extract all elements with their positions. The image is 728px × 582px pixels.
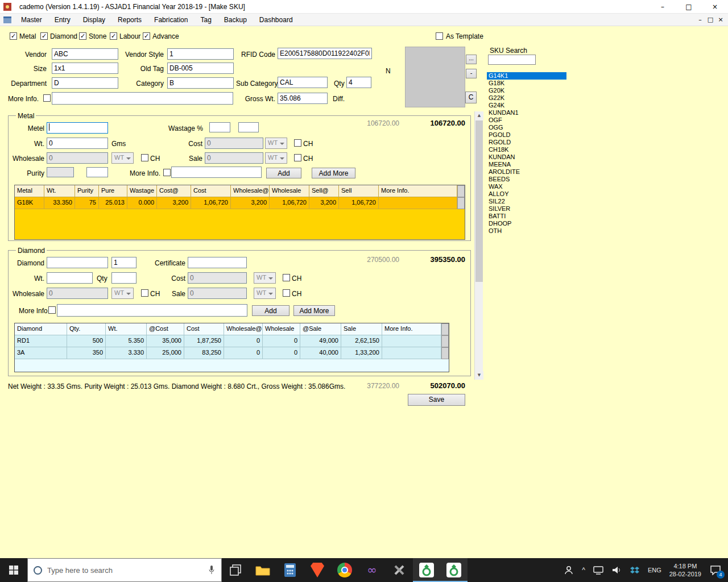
language-indicator[interactable]: ENG [644,558,665,582]
column-header[interactable]: Purity [75,185,99,197]
column-header[interactable]: Sell@ [309,185,339,197]
mdi-minimize-icon[interactable]: – [695,16,705,23]
metal-checkbox[interactable]: ✓ [10,32,17,40]
metal-add-button[interactable]: Add [266,168,301,178]
mdi-close-icon[interactable]: × [715,16,726,23]
tools-button[interactable] [386,558,413,582]
column-header[interactable]: Sell [339,185,379,197]
diamond-more-info-checkbox[interactable] [48,306,56,314]
scrollbar-thumb[interactable] [475,120,483,282]
diamond-checkbox[interactable]: ✓ [40,32,48,40]
hidden-icons-chevron[interactable]: ^ [578,558,589,582]
menu-display[interactable]: Display [77,14,111,26]
diamond-qty-field[interactable] [111,272,136,284]
sku-list-item[interactable]: OGG [487,124,566,131]
sku-list-item[interactable]: WAX [487,183,566,190]
sku-list-item[interactable]: G22K [487,94,566,102]
column-header[interactable]: Wholesale@ [231,185,270,197]
sku-list-item[interactable]: AROLDITE [487,168,566,176]
action-center-button[interactable]: 4 [705,558,728,582]
row-button[interactable] [441,335,449,347]
metal-table-row[interactable]: G18K 33.350 75 25.013 0.000 3,200 1,06,7… [15,197,465,209]
volume-button[interactable] [607,558,626,582]
sku-list-item[interactable]: KUNDAN [487,153,566,161]
column-header[interactable]: Cost@ [157,185,191,197]
diamond-sale-field[interactable] [188,288,247,299]
as-template-checkbox[interactable] [436,32,443,40]
metal-sale-unit-select[interactable]: WT [265,152,287,164]
sub-category-field[interactable] [278,77,328,88]
category-field[interactable] [167,77,234,89]
menu-backup[interactable]: Backup [218,14,253,26]
sku-list-item[interactable]: G14K1 [487,72,566,80]
vendor-field[interactable] [52,48,118,60]
clock[interactable]: 4:18 PM 28-02-2019 [665,558,705,582]
column-header[interactable]: Diamond [15,323,67,335]
diamond-cost-ch-checkbox[interactable] [283,274,290,281]
calculator-button[interactable] [276,558,304,582]
metal-more-info-checkbox[interactable] [163,169,171,176]
image-remove-button[interactable]: - [466,69,477,78]
file-explorer-button[interactable] [249,558,276,582]
qty-field[interactable] [346,77,371,88]
sku-list-item[interactable]: G24K [487,102,566,109]
diamond-wholesale-field[interactable] [47,288,108,299]
menu-dashboard[interactable]: Dashboard [253,14,299,26]
column-header[interactable]: Sale [341,323,382,335]
column-header[interactable]: Cost [191,185,231,197]
scroll-up-icon[interactable]: ▲ [475,111,483,120]
column-header[interactable]: Metal [15,185,44,197]
advance-checkbox[interactable]: ✓ [143,32,150,40]
sku-list-item[interactable]: OTH [487,227,566,235]
column-header[interactable]: More Info. [382,323,441,335]
more-info-checkbox[interactable] [43,94,51,102]
menu-master[interactable]: Master [15,14,48,26]
diamond-wholesale-ch-checkbox[interactable] [141,289,148,297]
metal-wholesale-field[interactable] [47,152,108,164]
stone-checkbox[interactable]: ✓ [79,32,86,40]
sku-list-item[interactable]: DHOOP [487,220,566,227]
vertical-scrollbar[interactable]: ▲ ▼ [474,111,483,380]
microphone-icon[interactable] [208,565,216,575]
column-header[interactable]: Wt. [106,323,147,335]
vendor-style-field[interactable] [167,48,234,60]
metal-more-info-field[interactable] [171,167,262,178]
diamond-cost-unit-select[interactable]: WT [254,272,276,284]
image-c-button[interactable]: C [465,92,477,103]
taskbar-search[interactable]: Type here to search [27,558,222,582]
sku-list-item[interactable]: OGF [487,117,566,124]
diamond-sale-unit-select[interactable]: WT [254,288,276,299]
sku-list-item[interactable]: MEENA [487,161,566,168]
sku-image-placeholder[interactable] [405,47,465,107]
column-header[interactable]: Cost [184,323,224,335]
column-header[interactable]: Wholesale [263,323,300,335]
metal-wholesale-unit-select[interactable]: WT [111,152,134,164]
menu-fabrication[interactable]: Fabrication [148,14,194,26]
column-header[interactable]: Wholesale [270,185,309,197]
sku-list-item[interactable]: CH18K [487,146,566,153]
visual-studio-button[interactable]: ∞ [358,558,386,582]
purity-field-2[interactable] [86,167,108,177]
jewelry-app-button-1[interactable] [413,558,440,582]
menu-reports[interactable]: Reports [111,14,148,26]
close-icon[interactable]: × [702,0,728,14]
save-button[interactable]: Save [408,394,465,406]
menu-entry[interactable]: Entry [48,14,77,26]
gross-wt-field[interactable] [278,93,328,104]
department-field[interactable] [52,77,118,89]
brave-button[interactable] [304,558,331,582]
image-browse-button[interactable]: ... [466,55,477,64]
metal-sale-field[interactable] [205,152,263,164]
diamond-add-button[interactable]: Add [252,305,289,316]
sku-search-input[interactable] [488,55,536,65]
maximize-icon[interactable]: □ [676,0,702,14]
diamond-more-info-field[interactable] [57,304,247,317]
old-tag-field[interactable] [167,63,234,74]
metel-field[interactable] [47,122,108,134]
certificate-field[interactable] [188,257,247,268]
start-button[interactable] [0,558,27,582]
minimize-icon[interactable]: – [650,0,676,14]
row-button[interactable] [441,347,449,359]
wastage-amount-field[interactable] [238,122,259,132]
diamond-sale-ch-checkbox[interactable] [283,289,290,297]
